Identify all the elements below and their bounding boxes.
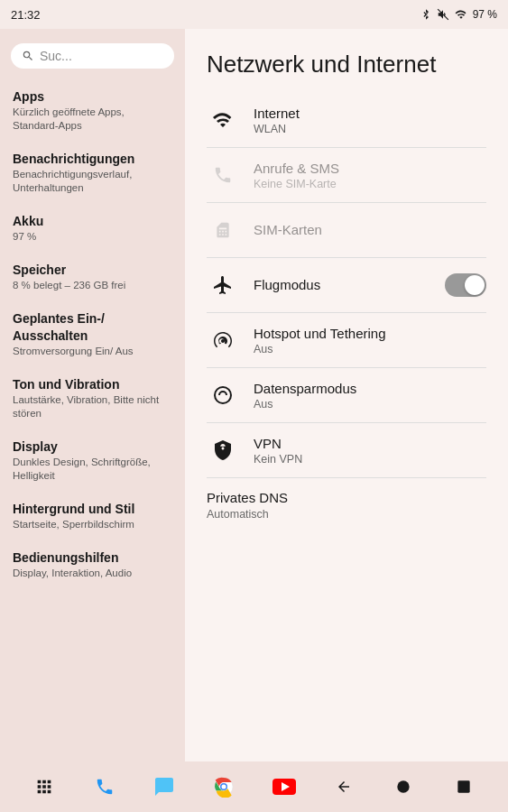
sidebar-item-apps[interactable]: Apps Kürzlich geöffnete Apps, Standard-A… xyxy=(0,79,185,142)
nav-messages-button[interactable] xyxy=(143,769,186,805)
svg-point-4 xyxy=(222,785,226,789)
setting-internet[interactable]: Internet WLAN xyxy=(185,93,508,147)
status-time: 21:32 xyxy=(11,8,41,22)
sidebar-item-ton[interactable]: Ton und Vibration Lautstärke, Vibration,… xyxy=(0,367,185,429)
datensparmodus-title: Datensparmodus xyxy=(254,380,486,398)
search-bar[interactable]: Suc... xyxy=(11,43,174,69)
wifi-icon xyxy=(207,104,239,136)
private-dns-title: Privates DNS xyxy=(207,489,486,507)
sidebar-item-benachrichtigungen[interactable]: Benachrichtigungen Benachrichtigungsverl… xyxy=(0,142,185,204)
svg-point-7 xyxy=(398,780,410,792)
hotspot-title: Hotspot und Tethering xyxy=(254,325,486,343)
setting-vpn[interactable]: VPN Kein VPN xyxy=(185,423,508,477)
hotspot-subtitle: Aus xyxy=(254,343,486,355)
sidebar-item-hintergrund[interactable]: Hintergrund und Stil Startseite, Sperrbi… xyxy=(0,492,185,540)
flugmodus-title: Flugmodus xyxy=(254,276,445,294)
nav-apps-button[interactable] xyxy=(23,769,66,805)
nav-phone-button[interactable] xyxy=(83,769,126,805)
datasaver-icon xyxy=(207,379,239,411)
nav-recents-button[interactable] xyxy=(442,769,485,805)
bottom-nav xyxy=(0,761,508,812)
sidebar-item-akku[interactable]: Akku 97 % xyxy=(0,204,185,253)
sim-title: SIM-Karten xyxy=(254,221,486,239)
toggle-knob xyxy=(465,275,485,295)
sidebar-item-display[interactable]: Display Dunkles Design, Schriftgröße, He… xyxy=(0,429,185,492)
internet-title: Internet xyxy=(254,105,486,123)
airplane-icon xyxy=(207,269,239,301)
main-layout: Suc... Apps Kürzlich geöffnete Apps, Sta… xyxy=(0,29,508,761)
anrufe-title: Anrufe & SMS xyxy=(254,160,486,178)
sim-icon xyxy=(207,214,239,246)
setting-sim: SIM-Karten xyxy=(185,203,508,257)
vpn-subtitle: Kein VPN xyxy=(254,453,486,466)
mute-icon xyxy=(437,8,449,21)
sidebar-item-speicher[interactable]: Speicher 8 % belegt – 236 GB frei xyxy=(0,253,185,301)
status-bar: 21:32 97 % xyxy=(0,0,508,29)
bluetooth-icon xyxy=(420,8,432,21)
vpn-title: VPN xyxy=(254,435,486,453)
battery-text: 97 % xyxy=(473,8,497,21)
nav-youtube-button[interactable] xyxy=(263,769,306,805)
private-dns-subtitle: Automatisch xyxy=(207,508,486,521)
svg-rect-8 xyxy=(457,780,469,792)
search-icon xyxy=(22,50,34,62)
flugmodus-toggle[interactable] xyxy=(445,273,486,297)
sidebar-item-geplantes-ein[interactable]: Geplantes Ein-/ Ausschalten Stromversorg… xyxy=(0,301,185,366)
setting-hotspot[interactable]: Hotspot und Tethering Aus xyxy=(185,313,508,367)
setting-flugmodus[interactable]: Flugmodus xyxy=(185,258,508,312)
setting-datensparmodus[interactable]: Datensparmodus Aus xyxy=(185,368,508,422)
nav-home-button[interactable] xyxy=(382,769,425,805)
phone-icon xyxy=(207,159,239,191)
nav-back-button[interactable] xyxy=(322,769,365,805)
search-placeholder: Suc... xyxy=(40,49,72,63)
status-icons: 97 % xyxy=(420,8,497,21)
nav-chrome-button[interactable] xyxy=(202,769,245,805)
sidebar: Suc... Apps Kürzlich geöffnete Apps, Sta… xyxy=(0,29,185,761)
datensparmodus-subtitle: Aus xyxy=(254,398,486,411)
setting-private-dns[interactable]: Privates DNS Automatisch xyxy=(185,478,508,531)
setting-anrufe: Anrufe & SMS Keine SIM-Karte xyxy=(185,148,508,202)
vpn-icon xyxy=(207,434,239,466)
anrufe-subtitle: Keine SIM-Karte xyxy=(254,178,486,190)
svg-point-1 xyxy=(215,387,231,403)
hotspot-icon xyxy=(207,324,239,356)
content-panel: Netzwerk und Internet Internet WLAN Anru… xyxy=(185,29,508,761)
sidebar-item-bedienungshilfen[interactable]: Bedienungshilfen Display, Interaktion, A… xyxy=(0,540,185,589)
internet-subtitle: WLAN xyxy=(254,123,486,135)
wifi-status-icon xyxy=(454,8,468,21)
page-title: Netzwerk und Internet xyxy=(185,43,508,93)
